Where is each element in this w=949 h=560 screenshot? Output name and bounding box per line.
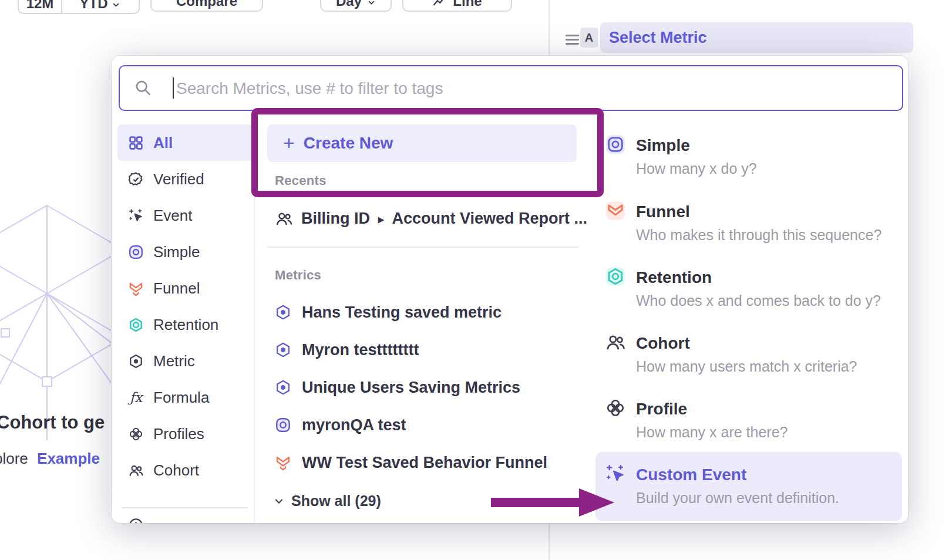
- sidebar-item-metric[interactable]: Metric: [117, 343, 253, 379]
- metric-list-item[interactable]: Hans Testing saved metric: [275, 301, 502, 324]
- metric-list-item[interactable]: Myron testttttttt: [275, 338, 419, 362]
- category-label: Retention: [153, 316, 218, 334]
- metric-type-custom-event[interactable]: Custom Event Build your own event defini…: [593, 465, 902, 507]
- range-ytd-button[interactable]: YTD: [62, 0, 137, 13]
- day-interval-button[interactable]: Day: [320, 0, 392, 12]
- retention-icon: [128, 317, 144, 333]
- simple-icon: [275, 417, 291, 433]
- metrics-header: Metrics: [275, 268, 321, 283]
- metric-type-funnel[interactable]: Funnel Who makes it through this sequenc…: [593, 203, 902, 244]
- type-name: Profile: [636, 400, 902, 419]
- explore-prefix: plore: [0, 450, 28, 467]
- range-12m-button[interactable]: 12M: [19, 0, 61, 13]
- chevron-down-icon: [112, 1, 120, 9]
- sidebar-item-funnel[interactable]: Funnel: [117, 270, 253, 306]
- funnel-icon: [128, 281, 144, 296]
- sidebar-item-all[interactable]: All: [117, 124, 253, 161]
- type-name: Simple: [636, 136, 902, 155]
- example-link[interactable]: Example: [37, 450, 100, 467]
- type-name: Custom Event: [636, 465, 902, 484]
- show-all-button[interactable]: Show all (29): [274, 492, 381, 510]
- type-desc: Who makes it through this sequence?: [636, 226, 902, 244]
- funnel-icon: [605, 200, 626, 221]
- sidebar-item-formula[interactable]: ƒx Formula: [117, 379, 253, 416]
- create-new-button[interactable]: + Create New: [267, 124, 577, 162]
- metric-type-retention[interactable]: Retention Who does x and comes back to d…: [593, 268, 902, 309]
- plus-icon: +: [283, 133, 295, 153]
- create-new-label: Create New: [304, 134, 393, 153]
- metric-label: Unique Users Saving Metrics: [302, 379, 520, 397]
- category-label: Profiles: [153, 425, 204, 443]
- sidebar-item-simple[interactable]: Simple: [117, 234, 253, 270]
- category-label: Verified: [153, 170, 204, 188]
- recent-secondary: Account Viewed Report ...: [392, 210, 588, 228]
- cohort-icon: [605, 332, 626, 353]
- metric-type-profile[interactable]: Profile How many x are there?: [593, 400, 902, 441]
- line-chart-icon: [432, 0, 447, 9]
- profiles-icon: [605, 397, 626, 419]
- type-name: Cohort: [636, 334, 902, 353]
- saved-metric-icon: [275, 304, 291, 321]
- recent-primary: Billing ID: [301, 210, 370, 228]
- sidebar-item-cohort[interactable]: Cohort: [117, 452, 253, 488]
- recents-header: Recents: [275, 173, 327, 188]
- chevron-down-icon: [367, 0, 376, 7]
- compare-label: Compare: [176, 0, 237, 9]
- chart-type-line-button[interactable]: Line: [402, 0, 512, 12]
- range-ytd-label: YTD: [80, 0, 108, 12]
- type-desc: Who does x and comes back to do y?: [636, 292, 902, 309]
- metric-label: Myron testttttttt: [302, 341, 419, 359]
- empty-state-title: Cohort to ge: [0, 412, 105, 433]
- funnel-icon: [275, 454, 291, 471]
- sidebar-item-verified[interactable]: Verified: [117, 161, 253, 197]
- saved-metric-icon: [275, 379, 291, 396]
- drag-handle-icon[interactable]: [566, 32, 579, 47]
- type-name: Retention: [636, 268, 902, 287]
- formula-icon: ƒx: [128, 390, 144, 406]
- date-range-group: 12M YTD: [18, 0, 140, 14]
- metric-list-item[interactable]: WW Test Saved Behavior Funnel: [275, 451, 547, 474]
- category-label: Event: [153, 207, 193, 225]
- metric-label: myronQA test: [302, 416, 406, 434]
- sidebar-item-retention[interactable]: Retention: [117, 306, 253, 343]
- grid-icon: [128, 135, 144, 151]
- simple-icon: [128, 244, 144, 260]
- category-label: Formula: [153, 389, 209, 407]
- event-icon: [128, 208, 144, 224]
- select-metric-label: Select Metric: [609, 29, 707, 47]
- sidebar-item-event[interactable]: Event: [117, 197, 253, 234]
- category-label: Metric: [153, 352, 195, 370]
- range-12m-label: 12M: [26, 0, 54, 12]
- sidebar-item-partial[interactable]: [117, 513, 253, 523]
- day-label: Day: [336, 0, 362, 9]
- cohort-icon: [275, 210, 293, 228]
- category-label: All: [153, 134, 173, 152]
- metric-icon: [128, 353, 144, 369]
- select-metric-button[interactable]: Select Metric: [600, 22, 913, 53]
- metric-type-simple[interactable]: Simple How many x do y?: [593, 136, 902, 177]
- retention-icon: [605, 266, 626, 287]
- metric-label: Hans Testing saved metric: [302, 303, 502, 322]
- metric-type-cohort[interactable]: Cohort How many users match x criteria?: [593, 334, 902, 375]
- search-box: [119, 65, 903, 111]
- show-all-label: Show all (29): [291, 492, 381, 510]
- search-input[interactable]: [175, 66, 893, 111]
- recents-divider: [267, 247, 578, 248]
- line-label: Line: [453, 0, 482, 9]
- type-desc: How many x do y?: [636, 160, 902, 177]
- type-desc: How many x are there?: [636, 423, 902, 441]
- type-name: Funnel: [636, 203, 902, 221]
- sidebar-item-profiles[interactable]: Profiles: [117, 416, 253, 452]
- saved-metric-icon: [275, 342, 291, 358]
- type-desc: Build your own event definition.: [636, 489, 902, 507]
- metric-row-badge: A: [580, 28, 598, 48]
- select-metric-modal: All Verified Event Simple Funnel: [112, 56, 908, 523]
- chevron-down-icon: [274, 496, 284, 507]
- compare-button[interactable]: Compare: [150, 0, 263, 12]
- recent-item[interactable]: Billing ID ▸ Account Viewed Report ...: [275, 207, 587, 230]
- metric-list-item[interactable]: myronQA test: [275, 413, 406, 437]
- metric-label: WW Test Saved Behavior Funnel: [302, 454, 547, 472]
- metric-list-item[interactable]: Unique Users Saving Metrics: [275, 376, 520, 399]
- empty-state-subtext: plore Example: [0, 450, 100, 468]
- sidebar-divider: [254, 124, 255, 523]
